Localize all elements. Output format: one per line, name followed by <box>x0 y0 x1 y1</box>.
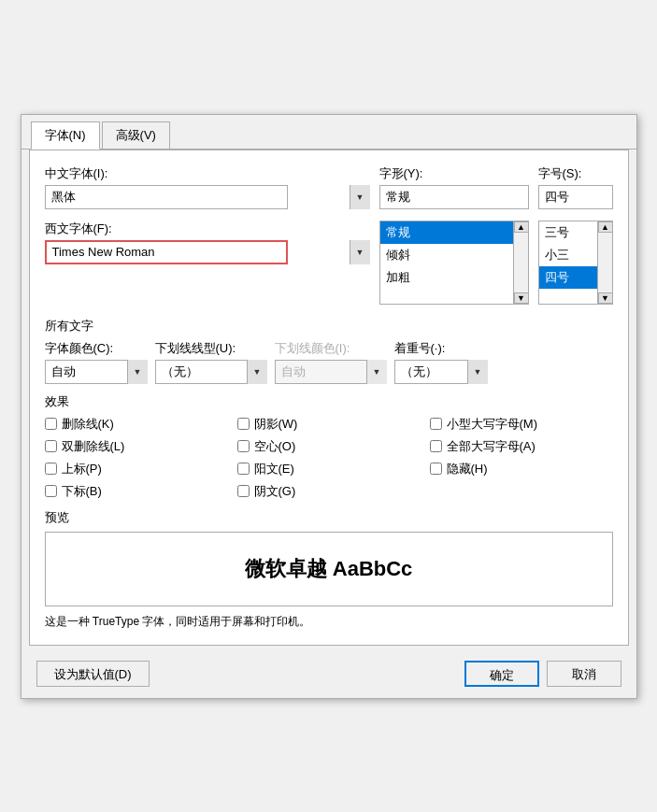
all-chars-row: 字体颜色(C): 自动 下划线线型(U): （无） <box>45 340 613 384</box>
chinese-font-arrow[interactable] <box>350 185 370 209</box>
color-arrow[interactable] <box>127 360 148 384</box>
underline-color-select-wrapper: 自动 <box>275 360 387 384</box>
main-content: 中文字体(I): 黑体 字形(Y): 常规 字号(S): 四号 <box>29 150 629 646</box>
underline-style-value: （无） <box>162 363 198 380</box>
style-scroll-up[interactable] <box>514 221 529 233</box>
effect-item-4[interactable]: 空心(O) <box>237 438 421 455</box>
chinese-font-value: 黑体 <box>51 189 76 206</box>
effects-section: 效果 删除线(K) 阴影(W) 小型大写字母(M) 双删除线(L) <box>45 393 613 500</box>
effect-label-9: 下标(B) <box>62 483 102 500</box>
effect-label-1: 阴影(W) <box>254 416 298 433</box>
preview-box: 微软卓越 AaBbCc <box>45 532 613 606</box>
effect-checkbox-8[interactable] <box>430 463 442 475</box>
western-font-select-wrapper: Times New Roman <box>45 240 370 264</box>
style-input[interactable]: 常规 <box>379 185 529 209</box>
style-list-container: 常规 倾斜 加粗 <box>379 221 529 305</box>
size-input[interactable]: 四号 <box>538 185 613 209</box>
preview-info: 这是一种 TrueType 字体，同时适用于屏幕和打印机。 <box>45 614 613 630</box>
effect-item-3[interactable]: 双删除线(L) <box>45 438 228 455</box>
effect-item-6[interactable]: 上标(P) <box>45 461 228 477</box>
effect-checkbox-3[interactable] <box>45 440 57 452</box>
size-scroll-up[interactable] <box>598 221 613 233</box>
effect-label-8: 隐藏(H) <box>447 461 488 477</box>
size-list-item-2[interactable]: 四号 <box>539 266 597 289</box>
emphasis-value: （无） <box>401 363 437 380</box>
western-font-label: 西文字体(F): <box>45 221 370 237</box>
color-select-wrapper: 自动 <box>45 360 148 384</box>
all-chars-label: 所有文字 <box>45 318 613 335</box>
effect-item-10[interactable]: 阴文(G) <box>237 483 421 500</box>
size-list-container: 三号 小三 四号 <box>538 221 613 305</box>
effect-checkbox-1[interactable] <box>237 418 250 430</box>
effect-item-5[interactable]: 全部大写字母(A) <box>430 438 613 455</box>
effect-checkbox-5[interactable] <box>430 440 442 452</box>
effect-item-9[interactable]: 下标(B) <box>45 483 228 500</box>
cancel-button[interactable]: 取消 <box>547 661 621 687</box>
effect-item-7[interactable]: 阳文(E) <box>237 461 421 477</box>
emphasis-arrow[interactable] <box>467 360 488 384</box>
ok-button[interactable]: 确定 <box>464 661 539 687</box>
tab-bar: 字体(N) 高级(V) <box>21 115 636 150</box>
underline-style-label: 下划线线型(U): <box>155 340 267 357</box>
preview-label: 预览 <box>45 509 613 526</box>
effects-grid: 删除线(K) 阴影(W) 小型大写字母(M) 双删除线(L) 空心(O) <box>45 416 613 500</box>
underline-color-label: 下划线颜色(I): <box>275 340 387 357</box>
western-font-select[interactable]: Times New Roman <box>45 240 288 264</box>
style-list[interactable]: 常规 倾斜 加粗 <box>379 221 514 305</box>
effect-label-3: 双删除线(L) <box>62 438 125 455</box>
effect-checkbox-9[interactable] <box>45 485 57 497</box>
tab-font[interactable]: 字体(N) <box>31 121 100 150</box>
color-value: 自动 <box>51 363 76 380</box>
effect-label-2: 小型大写字母(M) <box>447 416 538 433</box>
style-input-value: 常规 <box>386 189 410 206</box>
confirm-buttons: 确定 取消 <box>464 661 621 687</box>
effect-label-0: 删除线(K) <box>62 416 114 433</box>
size-list-item-0[interactable]: 三号 <box>539 221 597 244</box>
emphasis-select-wrapper: （无） <box>394 360 488 384</box>
effect-label-7: 阳文(E) <box>254 461 294 477</box>
size-input-value: 四号 <box>545 189 569 206</box>
size-list-scrollbar <box>598 221 613 305</box>
underline-style-arrow[interactable] <box>247 360 267 384</box>
effect-checkbox-2[interactable] <box>430 418 442 430</box>
underline-style-select-wrapper: （无） <box>155 360 267 384</box>
effects-label: 效果 <box>45 393 613 410</box>
underline-color-arrow[interactable] <box>366 360 387 384</box>
size-list[interactable]: 三号 小三 四号 <box>538 221 598 305</box>
effect-item-2[interactable]: 小型大写字母(M) <box>430 416 613 433</box>
effect-item-8[interactable]: 隐藏(H) <box>430 461 613 477</box>
effect-item-1[interactable]: 阴影(W) <box>237 416 421 433</box>
emphasis-label: 着重号(·): <box>394 340 488 357</box>
size-label: 字号(S): <box>538 165 613 182</box>
western-font-value: Times New Roman <box>52 245 155 259</box>
effect-checkbox-4[interactable] <box>237 440 250 452</box>
style-label: 字形(Y): <box>379 165 529 182</box>
effect-checkbox-7[interactable] <box>237 463 250 475</box>
effect-checkbox-10[interactable] <box>237 485 250 497</box>
underline-color-value: 自动 <box>281 363 306 380</box>
tab-advanced[interactable]: 高级(V) <box>102 121 170 150</box>
color-label: 字体颜色(C): <box>45 340 148 357</box>
style-list-scrollbar <box>514 221 529 305</box>
effect-label-5: 全部大写字母(A) <box>447 438 536 455</box>
effect-label-10: 阴文(G) <box>254 483 296 500</box>
size-scroll-down[interactable] <box>598 292 613 304</box>
size-list-item-1[interactable]: 小三 <box>539 244 597 266</box>
effect-item-0[interactable]: 删除线(K) <box>45 416 228 433</box>
all-chars-section: 所有文字 字体颜色(C): 自动 下划线线型(U): <box>45 318 613 384</box>
style-list-item-0[interactable]: 常规 <box>380 221 513 244</box>
effect-label-6: 上标(P) <box>62 461 102 477</box>
preview-text: 微软卓越 AaBbCc <box>245 555 413 583</box>
font-dialog: 字体(N) 高级(V) 中文字体(I): 黑体 字形(Y): 常规 <box>21 114 637 699</box>
default-button[interactable]: 设为默认值(D) <box>36 661 150 687</box>
style-scroll-down[interactable] <box>514 292 529 304</box>
effect-checkbox-6[interactable] <box>45 463 57 475</box>
effect-checkbox-0[interactable] <box>45 418 57 430</box>
style-list-item-1[interactable]: 倾斜 <box>380 244 513 266</box>
effect-label-4: 空心(O) <box>254 438 296 455</box>
chinese-font-select-wrapper: 黑体 <box>45 185 370 209</box>
style-list-item-2[interactable]: 加粗 <box>380 266 513 289</box>
chinese-font-select[interactable]: 黑体 <box>45 185 288 209</box>
preview-section: 预览 微软卓越 AaBbCc 这是一种 TrueType 字体，同时适用于屏幕和… <box>45 509 613 630</box>
western-font-arrow[interactable] <box>350 240 370 264</box>
